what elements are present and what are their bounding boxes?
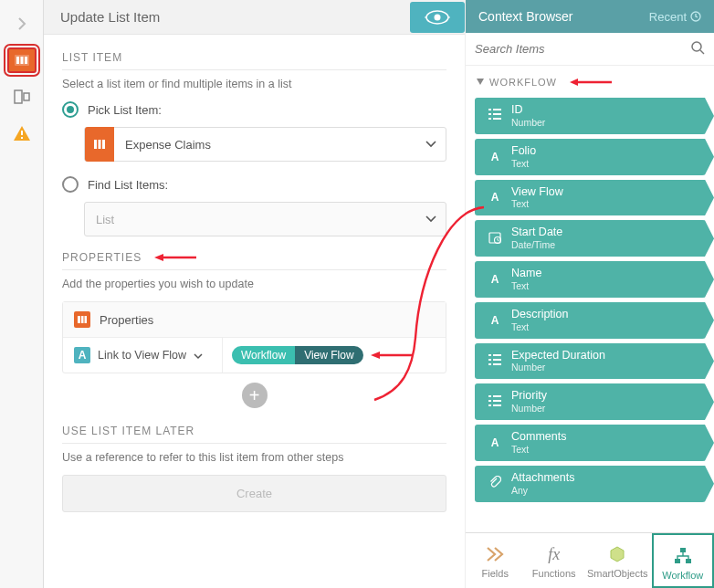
svg-rect-4 (15, 90, 22, 103)
svg-rect-18 (85, 316, 88, 323)
svg-rect-27 (493, 109, 501, 110)
pick-list-item-radio[interactable] (62, 101, 79, 118)
svg-rect-29 (493, 118, 501, 120)
annotation-arrow-workflow (570, 78, 614, 87)
svg-rect-2 (20, 57, 23, 64)
svg-rect-39 (488, 400, 491, 402)
svg-rect-3 (25, 57, 27, 64)
list-icon (85, 127, 114, 162)
left-rail (0, 0, 44, 588)
property-field-label: Link to View Flow (98, 349, 186, 362)
rail-group-icon[interactable] (5, 82, 38, 111)
svg-rect-36 (493, 359, 501, 361)
list-item-section-title: LIST ITEM (62, 51, 446, 70)
svg-rect-42 (493, 400, 501, 402)
properties-head-label: Properties (100, 313, 153, 327)
context-node-description[interactable]: ADescriptionText (475, 302, 705, 339)
tab-smartobjects[interactable]: SmartObjects (583, 533, 652, 588)
tab-workflow[interactable]: Workflow (652, 533, 714, 588)
context-node-attachments[interactable]: AttachmentsAny (475, 466, 705, 502)
find-list-items-select[interactable]: List (84, 202, 446, 236)
main-panel: Update List Item LIST ITEM Select a list… (44, 0, 466, 588)
pick-list-item-value: Expense Claims (114, 138, 416, 152)
tab-fields[interactable]: Fields (466, 533, 524, 588)
svg-rect-41 (493, 395, 501, 397)
find-list-items-placeholder: List (85, 213, 416, 226)
find-list-items-label: Find List Items: (88, 178, 168, 192)
svg-rect-17 (81, 316, 84, 323)
context-node-view-flow[interactable]: AView FlowText (475, 180, 705, 216)
svg-rect-44 (680, 548, 686, 552)
workflow-icon (657, 544, 709, 568)
properties-section-title: PROPERTIES (62, 251, 446, 270)
svg-rect-40 (488, 404, 491, 406)
search-input[interactable] (475, 42, 690, 56)
text-type-icon: A (74, 347, 90, 363)
svg-rect-16 (78, 316, 80, 323)
tab-functions[interactable]: fx Functions (524, 533, 583, 588)
rail-warning-icon[interactable] (5, 119, 38, 148)
context-node-folio[interactable]: AFolioText (475, 139, 705, 175)
functions-icon: fx (528, 542, 579, 566)
chevron-down-icon (416, 215, 446, 223)
svg-line-22 (700, 50, 704, 54)
page-title: Update List Item (60, 9, 160, 25)
find-list-items-radio[interactable] (62, 176, 79, 193)
svg-rect-35 (493, 354, 501, 356)
svg-rect-7 (21, 137, 23, 139)
svg-rect-26 (488, 118, 491, 120)
svg-rect-38 (488, 395, 491, 397)
add-property-button[interactable]: + (242, 383, 268, 408)
property-field-selector[interactable]: A Link to View Flow (63, 338, 223, 373)
svg-rect-45 (675, 559, 680, 563)
context-title: Context Browser (478, 9, 642, 24)
pick-list-item-select[interactable]: Expense Claims (84, 127, 446, 162)
svg-rect-43 (493, 404, 501, 406)
svg-rect-32 (488, 354, 491, 356)
context-node-start-date[interactable]: Start DateDate/Time (475, 220, 705, 257)
chevron-down-icon (194, 349, 203, 362)
smartobjects-icon (587, 542, 648, 566)
chevron-down-icon (416, 141, 446, 148)
svg-rect-33 (488, 359, 491, 361)
properties-section-sub: Add the properties you wish to update (62, 278, 446, 290)
svg-rect-6 (21, 131, 23, 135)
context-node-id[interactable]: IDNumber (475, 98, 705, 134)
pick-list-item-label: Pick List Item: (88, 103, 162, 117)
property-value-dropzone[interactable]: Workflow View Flow (223, 339, 446, 372)
properties-box: Properties A Link to View Flow Workflow … (62, 301, 446, 373)
tree-workflow-header[interactable]: WORKFLOW (475, 71, 705, 93)
context-browser: Context Browser Recent WORKFLOW IDNumber… (466, 0, 714, 588)
svg-rect-46 (686, 559, 691, 563)
expand-toggle[interactable] (5, 9, 38, 38)
svg-rect-37 (493, 363, 501, 365)
svg-rect-28 (493, 113, 501, 115)
use-later-section-title: USE LIST ITEM LATER (62, 425, 446, 444)
use-later-section-sub: Use a reference to refer to this list it… (62, 451, 446, 464)
list-item-section-sub: Select a list item or find multiple item… (62, 78, 446, 90)
token-pill-workflow[interactable]: Workflow (232, 346, 295, 364)
context-node-name[interactable]: ANameText (475, 261, 705, 298)
create-reference-button[interactable]: Create (62, 475, 446, 512)
svg-rect-25 (488, 113, 491, 115)
context-node-comments[interactable]: ACommentsText (475, 425, 705, 461)
annotation-arrow-viewflow (369, 350, 415, 361)
svg-point-9 (435, 14, 441, 20)
svg-rect-24 (488, 109, 491, 110)
context-node-priority[interactable]: PriorityNumber (475, 383, 705, 420)
annotation-arrow-properties (154, 252, 198, 263)
context-node-expected-duration[interactable]: Expected DurationNumber (475, 343, 705, 380)
properties-head-icon (74, 311, 90, 328)
preview-button[interactable] (410, 2, 465, 33)
svg-rect-13 (99, 140, 101, 149)
svg-rect-1 (16, 57, 19, 64)
search-icon[interactable] (690, 40, 705, 58)
svg-rect-14 (102, 140, 105, 149)
rail-selected-step[interactable] (5, 46, 38, 75)
recent-link[interactable]: Recent (649, 10, 701, 24)
svg-point-21 (692, 42, 701, 51)
token-pill-viewflow[interactable]: View Flow (295, 346, 362, 364)
svg-rect-34 (488, 363, 491, 365)
fields-icon (469, 542, 520, 566)
svg-rect-12 (94, 140, 97, 149)
